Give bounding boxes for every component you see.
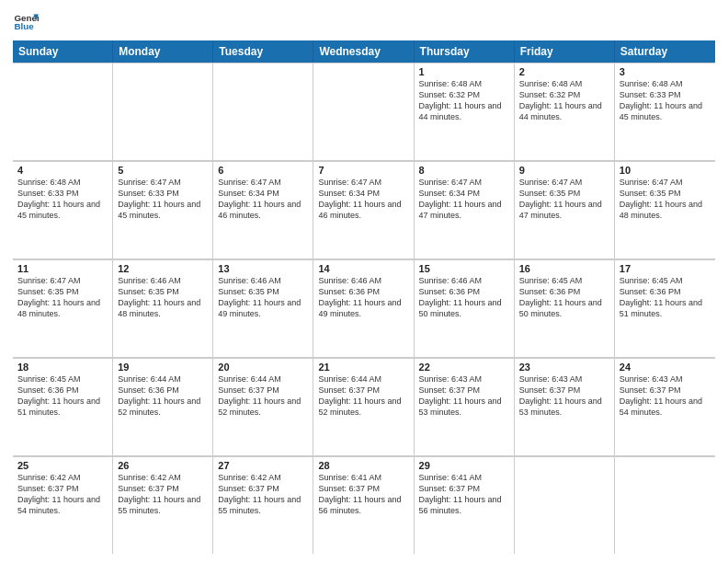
day-info: Sunrise: 6:47 AM Sunset: 6:33 PM Dayligh… (118, 177, 208, 222)
calendar-day-cell: 6Sunrise: 6:47 AM Sunset: 6:34 PM Daylig… (213, 161, 313, 259)
calendar-day-cell: 28Sunrise: 6:41 AM Sunset: 6:37 PM Dayli… (313, 456, 414, 554)
day-info: Sunrise: 6:47 AM Sunset: 6:34 PM Dayligh… (419, 177, 509, 222)
calendar-day-cell: 26Sunrise: 6:42 AM Sunset: 6:37 PM Dayli… (113, 456, 213, 554)
day-number: 6 (218, 165, 308, 176)
day-info: Sunrise: 6:48 AM Sunset: 6:33 PM Dayligh… (620, 78, 711, 123)
day-number: 10 (620, 165, 711, 176)
svg-text:Blue: Blue (14, 21, 34, 31)
calendar-day-cell: 10Sunrise: 6:47 AM Sunset: 6:35 PM Dayli… (615, 161, 715, 259)
day-number: 19 (118, 362, 208, 373)
day-info: Sunrise: 6:46 AM Sunset: 6:36 PM Dayligh… (318, 275, 408, 320)
calendar-day-cell: 21Sunrise: 6:44 AM Sunset: 6:37 PM Dayli… (313, 358, 414, 455)
day-number: 20 (218, 362, 308, 373)
calendar-empty-cell (113, 63, 213, 160)
calendar-body: 1Sunrise: 6:48 AM Sunset: 6:32 PM Daylig… (13, 63, 715, 554)
calendar-day-cell: 16Sunrise: 6:45 AM Sunset: 6:36 PM Dayli… (515, 259, 615, 357)
day-number: 27 (218, 460, 308, 471)
calendar-day-cell: 29Sunrise: 6:41 AM Sunset: 6:37 PM Dayli… (415, 456, 515, 554)
day-info: Sunrise: 6:47 AM Sunset: 6:34 PM Dayligh… (218, 177, 308, 222)
calendar-empty-cell (615, 456, 715, 554)
day-of-week-header: Sunday (13, 40, 113, 63)
calendar-day-cell: 23Sunrise: 6:43 AM Sunset: 6:37 PM Dayli… (515, 358, 615, 455)
day-number: 9 (519, 165, 609, 176)
day-info: Sunrise: 6:43 AM Sunset: 6:37 PM Dayligh… (519, 373, 609, 419)
calendar-day-cell: 2Sunrise: 6:48 AM Sunset: 6:32 PM Daylig… (515, 63, 615, 160)
calendar-day-cell: 25Sunrise: 6:42 AM Sunset: 6:37 PM Dayli… (13, 456, 113, 554)
day-info: Sunrise: 6:42 AM Sunset: 6:37 PM Dayligh… (118, 472, 208, 517)
calendar-day-cell: 1Sunrise: 6:48 AM Sunset: 6:32 PM Daylig… (415, 63, 515, 160)
day-number: 4 (17, 165, 108, 176)
calendar-week-row: 1Sunrise: 6:48 AM Sunset: 6:32 PM Daylig… (13, 63, 715, 161)
day-info: Sunrise: 6:41 AM Sunset: 6:37 PM Dayligh… (318, 472, 408, 517)
calendar-day-cell: 19Sunrise: 6:44 AM Sunset: 6:36 PM Dayli… (113, 358, 213, 455)
day-info: Sunrise: 6:44 AM Sunset: 6:36 PM Dayligh… (118, 373, 208, 419)
day-info: Sunrise: 6:45 AM Sunset: 6:36 PM Dayligh… (17, 373, 108, 419)
day-of-week-header: Friday (515, 40, 615, 63)
calendar-day-cell: 27Sunrise: 6:42 AM Sunset: 6:37 PM Dayli… (213, 456, 313, 554)
day-number: 15 (419, 263, 509, 274)
calendar-empty-cell (213, 63, 313, 160)
day-info: Sunrise: 6:48 AM Sunset: 6:32 PM Dayligh… (519, 78, 609, 123)
day-number: 18 (17, 362, 108, 373)
calendar-day-cell: 22Sunrise: 6:43 AM Sunset: 6:37 PM Dayli… (415, 358, 515, 455)
day-number: 3 (620, 66, 711, 77)
day-info: Sunrise: 6:41 AM Sunset: 6:37 PM Dayligh… (419, 472, 509, 517)
page: General Blue SundayMondayTuesdayWednesda… (0, 0, 728, 563)
day-number: 29 (419, 460, 509, 471)
day-number: 26 (118, 460, 208, 471)
day-info: Sunrise: 6:44 AM Sunset: 6:37 PM Dayligh… (318, 373, 408, 419)
day-number: 11 (17, 263, 108, 274)
day-number: 16 (519, 263, 609, 274)
logo: General Blue (13, 9, 39, 35)
day-info: Sunrise: 6:44 AM Sunset: 6:37 PM Dayligh… (218, 373, 308, 419)
day-info: Sunrise: 6:47 AM Sunset: 6:34 PM Dayligh… (318, 177, 408, 222)
day-info: Sunrise: 6:47 AM Sunset: 6:35 PM Dayligh… (17, 275, 108, 320)
day-of-week-header: Wednesday (313, 40, 414, 63)
calendar-day-cell: 7Sunrise: 6:47 AM Sunset: 6:34 PM Daylig… (313, 161, 414, 259)
day-info: Sunrise: 6:42 AM Sunset: 6:37 PM Dayligh… (218, 472, 308, 517)
day-info: Sunrise: 6:43 AM Sunset: 6:37 PM Dayligh… (419, 373, 509, 419)
day-info: Sunrise: 6:45 AM Sunset: 6:36 PM Dayligh… (620, 275, 711, 320)
day-number: 28 (318, 460, 408, 471)
calendar-day-cell: 12Sunrise: 6:46 AM Sunset: 6:35 PM Dayli… (113, 259, 213, 357)
calendar-day-cell: 3Sunrise: 6:48 AM Sunset: 6:33 PM Daylig… (615, 63, 715, 160)
calendar-week-row: 25Sunrise: 6:42 AM Sunset: 6:37 PM Dayli… (13, 456, 715, 554)
calendar-day-cell: 17Sunrise: 6:45 AM Sunset: 6:36 PM Dayli… (615, 259, 715, 357)
calendar-week-row: 18Sunrise: 6:45 AM Sunset: 6:36 PM Dayli… (13, 358, 715, 456)
calendar-day-cell: 24Sunrise: 6:43 AM Sunset: 6:37 PM Dayli… (615, 358, 715, 455)
day-of-week-header: Thursday (415, 40, 515, 63)
day-info: Sunrise: 6:43 AM Sunset: 6:37 PM Dayligh… (620, 373, 711, 419)
day-info: Sunrise: 6:46 AM Sunset: 6:35 PM Dayligh… (118, 275, 208, 320)
day-number: 5 (118, 165, 208, 176)
day-number: 2 (519, 66, 609, 77)
day-of-week-header: Saturday (615, 40, 715, 63)
day-info: Sunrise: 6:48 AM Sunset: 6:33 PM Dayligh… (17, 177, 108, 222)
day-number: 25 (17, 460, 108, 471)
calendar-header-row: SundayMondayTuesdayWednesdayThursdayFrid… (13, 40, 715, 63)
day-of-week-header: Monday (113, 40, 213, 63)
calendar-empty-cell (313, 63, 414, 160)
day-number: 7 (318, 165, 408, 176)
calendar-week-row: 4Sunrise: 6:48 AM Sunset: 6:33 PM Daylig… (13, 161, 715, 259)
day-of-week-header: Tuesday (213, 40, 313, 63)
day-number: 24 (620, 362, 711, 373)
calendar-day-cell: 4Sunrise: 6:48 AM Sunset: 6:33 PM Daylig… (13, 161, 113, 259)
day-number: 14 (318, 263, 408, 274)
day-info: Sunrise: 6:46 AM Sunset: 6:35 PM Dayligh… (218, 275, 308, 320)
calendar-day-cell: 8Sunrise: 6:47 AM Sunset: 6:34 PM Daylig… (415, 161, 515, 259)
day-number: 17 (620, 263, 711, 274)
day-info: Sunrise: 6:48 AM Sunset: 6:32 PM Dayligh… (419, 78, 509, 123)
day-number: 8 (419, 165, 509, 176)
calendar-day-cell: 18Sunrise: 6:45 AM Sunset: 6:36 PM Dayli… (13, 358, 113, 455)
day-number: 21 (318, 362, 408, 373)
day-info: Sunrise: 6:46 AM Sunset: 6:36 PM Dayligh… (419, 275, 509, 320)
day-info: Sunrise: 6:45 AM Sunset: 6:36 PM Dayligh… (519, 275, 609, 320)
calendar-day-cell: 20Sunrise: 6:44 AM Sunset: 6:37 PM Dayli… (213, 358, 313, 455)
header: General Blue (13, 9, 715, 35)
calendar-empty-cell (13, 63, 113, 160)
day-info: Sunrise: 6:42 AM Sunset: 6:37 PM Dayligh… (17, 472, 108, 517)
day-number: 12 (118, 263, 208, 274)
logo-icon: General Blue (13, 9, 39, 35)
day-number: 13 (218, 263, 308, 274)
calendar-day-cell: 9Sunrise: 6:47 AM Sunset: 6:35 PM Daylig… (515, 161, 615, 259)
